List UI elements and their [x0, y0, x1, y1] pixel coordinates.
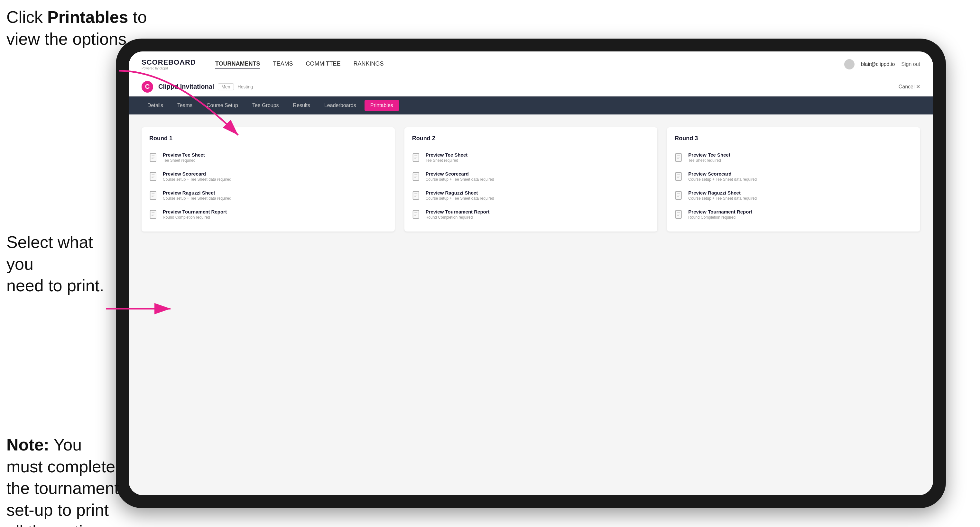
list-item[interactable]: Preview Tee Sheet Tee Sheet required	[675, 148, 912, 167]
document-icon	[149, 172, 158, 182]
svg-rect-2	[150, 153, 156, 162]
tab-tee-groups[interactable]: Tee Groups	[247, 100, 285, 111]
tournament-status: Hosting	[238, 84, 253, 89]
svg-rect-42	[676, 191, 681, 199]
list-item[interactable]: Preview Raguzzi Sheet Course setup + Tee…	[149, 186, 387, 205]
user-email: blair@clippd.io	[861, 62, 895, 67]
round-3-section: Round 3 Preview Tee Sheet Tee Sheet requ…	[667, 127, 920, 232]
print-sub: Round Completion required	[688, 215, 752, 220]
list-item[interactable]: Preview Scorecard Course setup + Tee She…	[675, 167, 912, 186]
print-sub: Round Completion required	[163, 215, 227, 220]
document-icon	[675, 210, 684, 220]
document-icon	[675, 153, 684, 163]
print-title: Preview Tee Sheet	[426, 152, 468, 157]
tournament-badge: Men	[218, 83, 234, 90]
main-content: Round 1 Preview Tee Sheet Tee Sheet requ…	[129, 114, 933, 495]
print-sub: Course setup + Tee Sheet data required	[426, 177, 494, 182]
list-item[interactable]: Preview Raguzzi Sheet Course setup + Tee…	[675, 186, 912, 205]
tablet-shell: SCOREBOARD Powered by clippd TOURNAMENTS…	[116, 38, 946, 508]
print-title: Preview Tee Sheet	[688, 152, 730, 157]
svg-rect-38	[676, 172, 681, 180]
print-sub: Tee Sheet required	[688, 158, 730, 163]
document-icon	[412, 172, 421, 182]
print-sub: Course setup + Tee Sheet data required	[426, 196, 494, 201]
svg-rect-30	[413, 210, 418, 218]
tablet-screen: SCOREBOARD Powered by clippd TOURNAMENTS…	[129, 51, 933, 495]
tab-details[interactable]: Details	[142, 100, 169, 111]
print-title: Preview Tee Sheet	[163, 152, 205, 157]
document-icon	[412, 153, 421, 163]
list-item[interactable]: Preview Scorecard Course setup + Tee She…	[412, 167, 650, 186]
list-item[interactable]: Preview Tournament Report Round Completi…	[675, 205, 912, 224]
list-item[interactable]: Preview Tournament Report Round Completi…	[412, 205, 650, 224]
list-item[interactable]: Preview Scorecard Course setup + Tee She…	[149, 167, 387, 186]
tournament-bar: C Clippd Invitational Men Hosting Cancel…	[129, 77, 933, 97]
tournament-logo: C	[142, 81, 153, 93]
document-icon	[412, 210, 421, 220]
print-title: Preview Raguzzi Sheet	[688, 190, 757, 195]
svg-rect-6	[150, 172, 156, 180]
print-sub: Tee Sheet required	[426, 158, 468, 163]
list-item[interactable]: Preview Tee Sheet Tee Sheet required	[412, 148, 650, 167]
sign-out-link[interactable]: Sign out	[901, 62, 920, 67]
user-avatar	[844, 59, 854, 70]
svg-rect-34	[676, 153, 681, 162]
print-title: Preview Scorecard	[426, 171, 494, 176]
tab-results[interactable]: Results	[287, 100, 316, 111]
print-title: Preview Tournament Report	[426, 209, 490, 214]
svg-rect-10	[150, 191, 156, 199]
print-title: Preview Scorecard	[163, 171, 231, 176]
svg-rect-22	[413, 172, 418, 180]
rounds-grid: Round 1 Preview Tee Sheet Tee Sheet requ…	[142, 127, 920, 232]
nav-links: TOURNAMENTS TEAMS COMMITTEE RANKINGS	[215, 59, 844, 69]
top-nav: SCOREBOARD Powered by clippd TOURNAMENTS…	[129, 51, 933, 77]
document-icon	[149, 153, 158, 163]
document-icon	[675, 190, 684, 201]
tab-course-setup[interactable]: Course Setup	[201, 100, 244, 111]
list-item[interactable]: Preview Tournament Report Round Completi…	[149, 205, 387, 224]
annotation-middle: Select what youneed to print.	[6, 232, 116, 297]
nav-teams[interactable]: TEAMS	[273, 59, 293, 69]
brand-sub: Powered by clippd	[142, 67, 196, 70]
nav-tournaments[interactable]: TOURNAMENTS	[215, 59, 260, 69]
round-2-section: Round 2 Preview Tee Sheet Tee Sheet requ…	[404, 127, 658, 232]
svg-rect-26	[413, 191, 418, 199]
document-icon	[149, 210, 158, 220]
round-1-title: Round 1	[149, 135, 387, 142]
tab-leaderboards[interactable]: Leaderboards	[318, 100, 362, 111]
print-sub: Round Completion required	[426, 215, 490, 220]
document-icon	[412, 190, 421, 201]
print-sub: Course setup + Tee Sheet data required	[163, 196, 231, 201]
tab-printables[interactable]: Printables	[364, 100, 399, 111]
print-sub: Course setup + Tee Sheet data required	[163, 177, 231, 182]
sub-nav: Details Teams Course Setup Tee Groups Re…	[129, 97, 933, 114]
print-title: Preview Tournament Report	[688, 209, 752, 214]
list-item[interactable]: Preview Tee Sheet Tee Sheet required	[149, 148, 387, 167]
print-sub: Course setup + Tee Sheet data required	[688, 177, 757, 182]
tournament-name: Clippd Invitational	[158, 83, 214, 90]
svg-rect-18	[413, 153, 418, 162]
round-2-title: Round 2	[412, 135, 650, 142]
list-item[interactable]: Preview Raguzzi Sheet Course setup + Tee…	[412, 186, 650, 205]
svg-rect-14	[150, 210, 156, 218]
svg-rect-46	[676, 210, 681, 218]
tab-teams[interactable]: Teams	[172, 100, 198, 111]
document-icon	[149, 190, 158, 201]
round-3-title: Round 3	[675, 135, 912, 142]
document-icon	[675, 172, 684, 182]
nav-committee[interactable]: COMMITTEE	[306, 59, 341, 69]
top-nav-right: blair@clippd.io Sign out	[844, 59, 920, 70]
print-title: Preview Raguzzi Sheet	[426, 190, 494, 195]
brand-title: SCOREBOARD	[142, 58, 196, 67]
nav-rankings[interactable]: RANKINGS	[353, 59, 384, 69]
annotation-bottom: Note: You must complete the tournament s…	[6, 434, 122, 527]
print-title: Preview Raguzzi Sheet	[163, 190, 231, 195]
print-title: Preview Tournament Report	[163, 209, 227, 214]
cancel-button[interactable]: Cancel ✕	[899, 84, 920, 90]
round-1-section: Round 1 Preview Tee Sheet Tee Sheet requ…	[142, 127, 395, 232]
print-sub: Tee Sheet required	[163, 158, 205, 163]
print-title: Preview Scorecard	[688, 171, 757, 176]
annotation-top: Click Printables toview the options.	[6, 6, 147, 50]
print-sub: Course setup + Tee Sheet data required	[688, 196, 757, 201]
brand: SCOREBOARD Powered by clippd	[142, 58, 196, 70]
